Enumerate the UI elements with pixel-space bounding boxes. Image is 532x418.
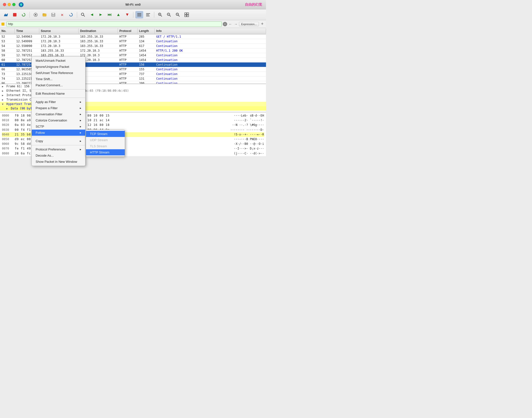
packet-comment-item[interactable]: Packet Comment... <box>32 82 85 88</box>
apply-as-filter-item[interactable]: Apply as Filter ▶ <box>32 99 85 105</box>
zoom-out-button[interactable] <box>165 11 173 18</box>
filter-forward-arrow[interactable]: → <box>234 22 238 26</box>
svg-marker-13 <box>99 14 102 16</box>
expression-button[interactable]: Expression... <box>239 22 259 26</box>
find-packet-button[interactable] <box>79 11 87 18</box>
svg-marker-14 <box>108 14 109 16</box>
menu-sep-1 <box>32 89 85 90</box>
expand-icon: ▼ <box>2 103 5 105</box>
colorize-conversation-item[interactable]: Colorize Conversation ▶ <box>32 117 85 123</box>
conversation-filter-item[interactable]: Conversation Filter ▶ <box>32 111 85 117</box>
graph-icon <box>184 13 189 17</box>
tcp-stream-item[interactable]: TCP Stream <box>86 131 125 137</box>
submenu-arrow: ▶ <box>80 113 81 116</box>
svg-line-33 <box>178 15 180 16</box>
find-icon <box>81 13 85 17</box>
col-info: Info <box>155 29 266 33</box>
restart-capture-button[interactable] <box>20 11 28 18</box>
add-filter-button[interactable]: + <box>260 21 265 27</box>
follow-item[interactable]: Follow ▶ <box>32 130 85 136</box>
set-unset-time-ref-item[interactable]: Set/Unset Time Reference <box>32 70 85 76</box>
scroll-up-button[interactable] <box>114 11 122 18</box>
capture-icon <box>137 13 141 17</box>
maximize-window-button[interactable] <box>12 3 15 6</box>
table-row[interactable]: 52 12.549963 172.20.10.3 183.255.16.33 H… <box>0 34 266 39</box>
open-file-button[interactable] <box>41 11 48 18</box>
svg-rect-39 <box>187 15 189 17</box>
close-icon: ✕ <box>61 12 64 17</box>
stop-capture-button[interactable] <box>11 11 19 18</box>
zoom-in-icon <box>158 13 162 17</box>
svg-rect-36 <box>185 13 186 15</box>
filter-back-arrow[interactable]: ← <box>228 22 233 26</box>
options-icon <box>33 13 38 17</box>
svg-rect-16 <box>111 14 111 16</box>
io-graph-button[interactable] <box>183 11 191 18</box>
wireshark-logo-icon <box>18 2 24 7</box>
reload-button[interactable] <box>67 11 75 18</box>
expand-icon: ▶ <box>6 107 9 110</box>
svg-marker-1 <box>22 14 23 15</box>
show-packet-new-window-item[interactable]: Show Packet in New Window <box>32 159 85 165</box>
capture-interfaces-button[interactable] <box>135 11 143 18</box>
wireshark-btn[interactable] <box>2 11 10 18</box>
mark-unmark-packet-item[interactable]: Mark/Unmark Packet <box>32 58 85 64</box>
filter-clear-button[interactable]: ✕ <box>223 22 227 26</box>
svg-line-35 <box>177 14 178 15</box>
udp-stream-item: UDP Stream <box>86 137 125 143</box>
save-file-button[interactable] <box>49 11 57 18</box>
table-row[interactable]: 54 12.550090 172.20.10.3 183.255.16.33 H… <box>0 44 266 48</box>
svg-rect-23 <box>146 15 149 15</box>
zoom-in-button[interactable] <box>156 11 164 18</box>
edit-resolved-name-item[interactable]: Edit Resolved Name <box>32 90 85 97</box>
col-time: Time <box>15 29 39 33</box>
copy-item[interactable]: Copy ▶ <box>32 138 85 144</box>
open-icon <box>42 13 47 17</box>
traffic-lights <box>3 3 15 6</box>
svg-rect-37 <box>187 13 189 15</box>
close-window-button[interactable] <box>3 3 6 6</box>
svg-point-10 <box>81 13 84 15</box>
submenu-arrow: ▶ <box>80 101 81 103</box>
separator2 <box>77 12 77 18</box>
window-title: Wi-Fi: en0 <box>126 3 141 6</box>
col-length: Length <box>138 29 155 33</box>
up-icon <box>116 13 121 17</box>
shark-fin-icon <box>3 12 8 17</box>
svg-rect-8 <box>52 15 55 16</box>
go-forward-button[interactable] <box>97 11 105 18</box>
decode-as-button[interactable] <box>144 11 152 18</box>
sctp-item[interactable]: SCTP ▶ <box>32 123 85 130</box>
filter-input[interactable] <box>6 21 222 27</box>
ignore-unignore-packet-item[interactable]: Ignore/Unignore Packet <box>32 64 85 70</box>
svg-rect-38 <box>185 15 186 17</box>
submenu-arrow: ▶ <box>80 148 81 151</box>
zoom-reset-button[interactable] <box>174 11 182 18</box>
decode-as-item[interactable]: Decode As... <box>32 152 85 159</box>
submenu-arrow: ▶ <box>80 131 81 134</box>
zoom-reset-icon <box>176 13 180 17</box>
scroll-down-button[interactable] <box>123 11 131 18</box>
menu-sep-4 <box>32 145 85 145</box>
time-shift-item[interactable]: Time Shift... <box>32 76 85 82</box>
http-stream-item[interactable]: HTTP Stream <box>86 149 125 155</box>
follow-menu-container: Follow ▶ TCP Stream UDP Stream TLS Strea… <box>32 130 85 136</box>
svg-line-26 <box>161 15 162 16</box>
close-file-button[interactable]: ✕ <box>58 11 66 18</box>
zoom-out-icon <box>167 13 171 17</box>
minimize-window-button[interactable] <box>8 3 11 6</box>
go-to-packet-button[interactable] <box>106 11 113 18</box>
submenu-arrow: ▶ <box>80 119 81 122</box>
svg-marker-17 <box>117 14 120 16</box>
expand-icon: ▶ <box>2 94 5 97</box>
protocol-prefs-item[interactable]: Protocol Preferences ▶ <box>32 146 85 152</box>
go-back-button[interactable] <box>88 11 96 18</box>
col-protocol: Protocol <box>118 29 138 33</box>
table-row[interactable]: 58 12.787251 183.255.16.33 172.20.10.3 H… <box>0 48 266 53</box>
menu-sep-3 <box>32 137 85 137</box>
options-button[interactable] <box>32 11 40 18</box>
submenu-arrow: ▶ <box>80 125 81 128</box>
table-row[interactable]: 53 12.549999 172.20.10.3 183.255.16.33 H… <box>0 39 266 44</box>
svg-rect-19 <box>137 13 141 14</box>
prepare-filter-item[interactable]: Prepare a Filter ▶ <box>32 105 85 111</box>
